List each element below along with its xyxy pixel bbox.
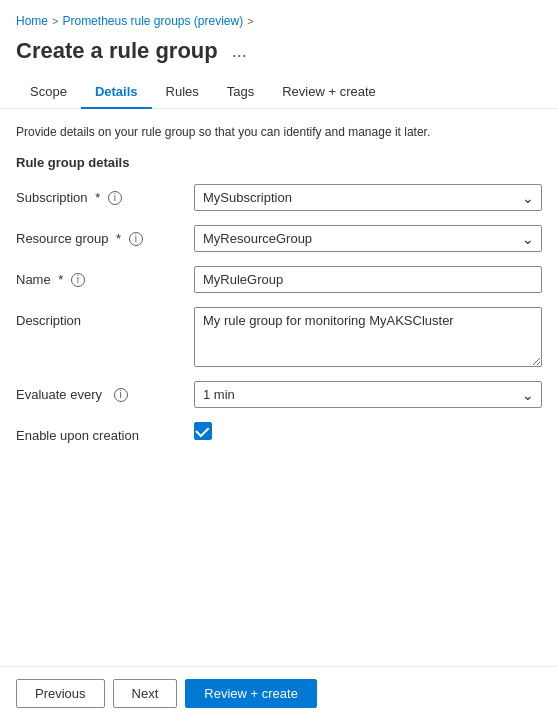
resource-group-info-icon[interactable]: i bbox=[129, 232, 143, 246]
tab-tags[interactable]: Tags bbox=[213, 76, 268, 109]
previous-button[interactable]: Previous bbox=[16, 679, 105, 708]
description-group: Description My rule group for monitoring… bbox=[16, 307, 542, 367]
breadcrumb-sep2: > bbox=[247, 15, 253, 27]
evaluate-group: Evaluate every i 1 min 5 min 10 min 15 m… bbox=[16, 381, 542, 408]
breadcrumb-home[interactable]: Home bbox=[16, 14, 48, 28]
next-button[interactable]: Next bbox=[113, 679, 178, 708]
evaluate-info-icon[interactable]: i bbox=[114, 388, 128, 402]
enable-checkbox-wrapper bbox=[194, 422, 542, 440]
page-header: Create a rule group ... bbox=[0, 34, 558, 76]
subscription-select[interactable]: MySubscription bbox=[194, 184, 542, 211]
description-textarea[interactable]: My rule group for monitoring MyAKSCluste… bbox=[194, 307, 542, 367]
evaluate-label: Evaluate every i bbox=[16, 381, 186, 402]
enable-checkbox[interactable] bbox=[194, 422, 212, 440]
evaluate-select[interactable]: 1 min 5 min 10 min 15 min bbox=[194, 381, 542, 408]
resource-group-label: Resource group * i bbox=[16, 225, 186, 246]
description-label: Description bbox=[16, 307, 186, 328]
resource-group-group: Resource group * i MyResourceGroup bbox=[16, 225, 542, 252]
breadcrumb-parent[interactable]: Prometheus rule groups (preview) bbox=[62, 14, 243, 28]
resource-group-select-wrapper: MyResourceGroup bbox=[194, 225, 542, 252]
review-create-button[interactable]: Review + create bbox=[185, 679, 317, 708]
tab-bar: Scope Details Rules Tags Review + create bbox=[0, 76, 558, 109]
name-group: Name * i bbox=[16, 266, 542, 293]
content-area: Provide details on your rule group so th… bbox=[0, 109, 558, 537]
breadcrumb: Home > Prometheus rule groups (preview) … bbox=[0, 0, 558, 34]
name-input[interactable] bbox=[194, 266, 542, 293]
tab-rules[interactable]: Rules bbox=[152, 76, 213, 109]
bottom-bar: Previous Next Review + create bbox=[0, 666, 558, 720]
ellipsis-button[interactable]: ... bbox=[226, 39, 253, 64]
tab-scope[interactable]: Scope bbox=[16, 76, 81, 109]
subscription-group: Subscription * i MySubscription bbox=[16, 184, 542, 211]
resource-group-select[interactable]: MyResourceGroup bbox=[194, 225, 542, 252]
name-label: Name * i bbox=[16, 266, 186, 287]
section-title: Rule group details bbox=[16, 155, 542, 170]
subscription-select-wrapper: MySubscription bbox=[194, 184, 542, 211]
info-text: Provide details on your rule group so th… bbox=[16, 125, 542, 139]
name-info-icon[interactable]: i bbox=[71, 273, 85, 287]
subscription-info-icon[interactable]: i bbox=[108, 191, 122, 205]
tab-details[interactable]: Details bbox=[81, 76, 152, 109]
evaluate-select-wrapper: 1 min 5 min 10 min 15 min bbox=[194, 381, 542, 408]
enable-label: Enable upon creation bbox=[16, 422, 186, 443]
breadcrumb-sep1: > bbox=[52, 15, 58, 27]
page-title: Create a rule group bbox=[16, 38, 218, 64]
subscription-label: Subscription * i bbox=[16, 184, 186, 205]
enable-group: Enable upon creation bbox=[16, 422, 542, 443]
tab-review-create[interactable]: Review + create bbox=[268, 76, 390, 109]
